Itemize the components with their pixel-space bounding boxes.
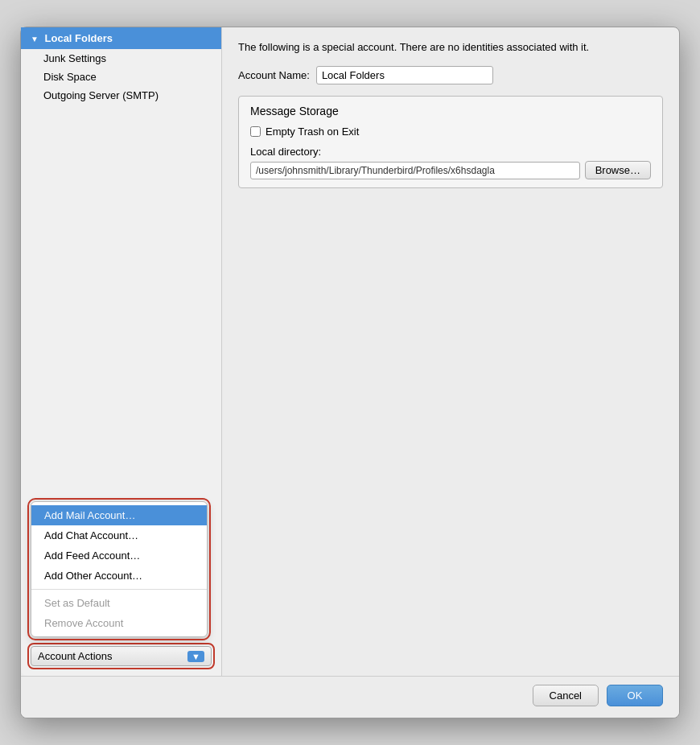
message-storage-title: Message Storage xyxy=(250,105,651,117)
account-settings-dialog: ▼ Local Folders Junk Settings Disk Space… xyxy=(20,27,680,718)
dialog-footer: Cancel OK xyxy=(21,676,679,718)
dialog-body: ▼ Local Folders Junk Settings Disk Space… xyxy=(21,27,679,676)
sidebar-item-junk-settings[interactable]: Junk Settings xyxy=(21,49,221,68)
sidebar-item-outgoing-server[interactable]: Outgoing Server (SMTP) xyxy=(21,86,221,105)
local-directory-input[interactable] xyxy=(250,162,580,179)
account-name-row: Account Name: xyxy=(238,66,663,84)
cancel-button[interactable]: Cancel xyxy=(533,685,599,706)
sidebar-item-label: Local Folders xyxy=(45,32,113,44)
dropdown-item-add-feed[interactable]: Add Feed Account… xyxy=(31,545,207,566)
dropdown-item-add-chat[interactable]: Add Chat Account… xyxy=(31,525,207,545)
local-directory-label: Local directory: xyxy=(250,146,651,158)
account-actions-dropdown: Add Mail Account… Add Chat Account… Add … xyxy=(31,501,208,637)
empty-trash-checkbox[interactable] xyxy=(250,126,261,137)
dropdown-item-add-mail[interactable]: Add Mail Account… xyxy=(31,505,207,525)
browse-button[interactable]: Browse… xyxy=(585,161,651,179)
ok-button[interactable]: OK xyxy=(607,685,663,706)
sidebar-item-local-folders[interactable]: ▼ Local Folders xyxy=(21,27,221,49)
sidebar-item-disk-space[interactable]: Disk Space xyxy=(21,68,221,86)
special-account-notice: The following is a special account. Ther… xyxy=(238,40,663,55)
dropdown-separator xyxy=(31,589,207,590)
local-dir-row: Browse… xyxy=(250,161,651,179)
sidebar: ▼ Local Folders Junk Settings Disk Space… xyxy=(21,27,222,676)
account-actions-label: Account Actions xyxy=(38,650,113,662)
dropdown-item-remove-account: Remove Account xyxy=(31,613,207,633)
dropdown-item-add-other[interactable]: Add Other Account… xyxy=(31,566,207,586)
sidebar-footer: Add Mail Account… Add Chat Account… Add … xyxy=(21,638,221,676)
main-content: The following is a special account. Ther… xyxy=(222,27,679,676)
empty-trash-label: Empty Trash on Exit xyxy=(266,126,359,138)
dropdown-item-set-default: Set as Default xyxy=(31,593,207,613)
account-actions-button[interactable]: Account Actions ▼ xyxy=(31,646,212,666)
empty-trash-row: Empty Trash on Exit xyxy=(250,126,651,138)
dropdown-arrow-icon: ▼ xyxy=(187,651,204,662)
account-name-input[interactable] xyxy=(316,66,493,84)
collapse-arrow-icon: ▼ xyxy=(31,35,39,43)
message-storage-box: Message Storage Empty Trash on Exit Loca… xyxy=(238,96,663,188)
account-name-label: Account Name: xyxy=(238,69,310,81)
